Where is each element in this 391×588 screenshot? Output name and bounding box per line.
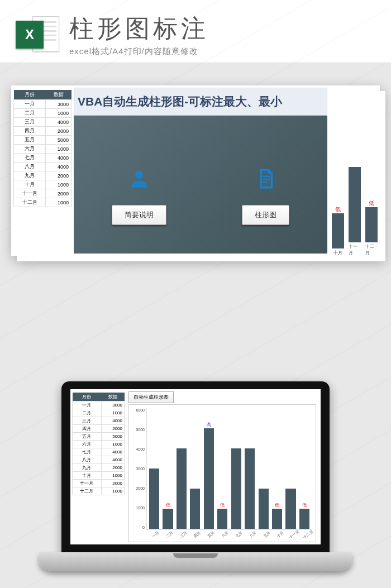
low-annotation: 低 bbox=[166, 502, 170, 508]
table-row: 六月1000 bbox=[73, 441, 125, 448]
table-row: 十月1000 bbox=[73, 472, 125, 480]
document-icon bbox=[254, 167, 278, 193]
generate-chart-button[interactable]: 自动生成柱形图 bbox=[128, 391, 174, 403]
table-row: 四月2000 bbox=[14, 127, 71, 136]
page-title: 柱形图标注 bbox=[69, 12, 375, 45]
svg-rect-2 bbox=[263, 179, 270, 180]
page-header: X 柱形图标注 excel格式/A4打印/内容随意修改 bbox=[0, 0, 391, 63]
excel-badge: X bbox=[16, 21, 44, 49]
chart-button[interactable]: 柱形图 bbox=[242, 205, 289, 225]
col-data: 数据 bbox=[46, 90, 71, 100]
chart-bar bbox=[259, 489, 269, 529]
table-row: 十二月1000 bbox=[73, 487, 125, 495]
chart-bar: 低 bbox=[217, 509, 227, 529]
svg-point-0 bbox=[135, 171, 143, 179]
table-row: 五月5000 bbox=[73, 433, 125, 441]
table-row: 三月4000 bbox=[14, 118, 71, 127]
table-row: 九月2000 bbox=[73, 464, 125, 472]
chart-bar: 低 bbox=[272, 509, 282, 529]
page-subtitle: excel格式/A4打印/内容随意修改 bbox=[69, 46, 375, 57]
preview-mini-chart: 低十月十一月低十二月 bbox=[330, 85, 380, 256]
table-row: 九月2000 bbox=[14, 171, 71, 180]
chart-bar: 低 bbox=[163, 509, 173, 529]
table-row: 一月3000 bbox=[14, 100, 71, 109]
table-row: 三月4000 bbox=[73, 417, 125, 425]
table-row: 十月1000 bbox=[14, 180, 71, 189]
preview-panel-title: VBA自动生成柱形图-可标注最大、最小 bbox=[74, 88, 327, 116]
svg-rect-1 bbox=[263, 175, 270, 177]
chart-bar: 高 bbox=[204, 428, 214, 529]
table-row: 七月4000 bbox=[73, 448, 125, 456]
col-month: 月份 bbox=[14, 90, 46, 100]
table-row: 十一月2000 bbox=[73, 480, 125, 487]
table-row: 五月5000 bbox=[14, 136, 71, 145]
mini-bar: 低十二月 bbox=[365, 207, 378, 256]
template-preview: 月份 数据 一月3000二月1000三月4000四月2000五月5000六月10… bbox=[11, 85, 380, 256]
laptop-mockup: 月份 数据 一月3000二月1000三月4000四月2000五月5000六月10… bbox=[0, 348, 391, 588]
preview-panel-body: 简要说明 柱形图 bbox=[74, 116, 327, 254]
table-row: 四月2000 bbox=[73, 425, 125, 433]
table-row: 二月1000 bbox=[73, 409, 125, 417]
low-annotation: 低 bbox=[220, 502, 225, 508]
chart-bar bbox=[231, 448, 241, 529]
table-row: 二月1000 bbox=[14, 109, 71, 118]
chart-bar bbox=[245, 448, 255, 529]
low-annotation: 低 bbox=[302, 502, 307, 508]
chart-bar bbox=[190, 489, 200, 529]
mini-bar: 十一月 bbox=[349, 167, 361, 256]
table-row: 八月4000 bbox=[73, 456, 125, 464]
table-row: 十二月1000 bbox=[14, 198, 71, 207]
table-row: 十一月2000 bbox=[14, 189, 71, 198]
table-row: 七月4000 bbox=[14, 154, 71, 162]
chart-bar bbox=[285, 489, 295, 529]
chart-bar bbox=[149, 469, 159, 529]
preview-data-table: 月份 数据 一月3000二月1000三月4000四月2000五月5000六月10… bbox=[11, 85, 74, 256]
low-label: 低 bbox=[335, 205, 341, 213]
bar-chart: 6000500040003000200010000 低高低低低 一月二月三月四月… bbox=[128, 404, 316, 542]
high-annotation: 高 bbox=[207, 422, 211, 428]
excel-file-icon: X bbox=[16, 13, 59, 56]
laptop-data-table: 月份 数据 一月3000二月1000三月4000四月2000五月5000六月10… bbox=[70, 389, 126, 544]
low-label: 低 bbox=[369, 199, 374, 207]
table-row: 一月3000 bbox=[73, 401, 125, 409]
mini-bar: 低十月 bbox=[332, 213, 344, 256]
svg-rect-3 bbox=[263, 181, 268, 183]
person-icon bbox=[127, 167, 151, 193]
chart-bar bbox=[177, 448, 187, 529]
table-row: 六月1000 bbox=[14, 145, 71, 154]
desc-button[interactable]: 简要说明 bbox=[112, 205, 166, 225]
table-row: 八月4000 bbox=[14, 162, 71, 171]
chart-bar: 低 bbox=[299, 509, 309, 529]
low-annotation: 低 bbox=[275, 502, 279, 508]
